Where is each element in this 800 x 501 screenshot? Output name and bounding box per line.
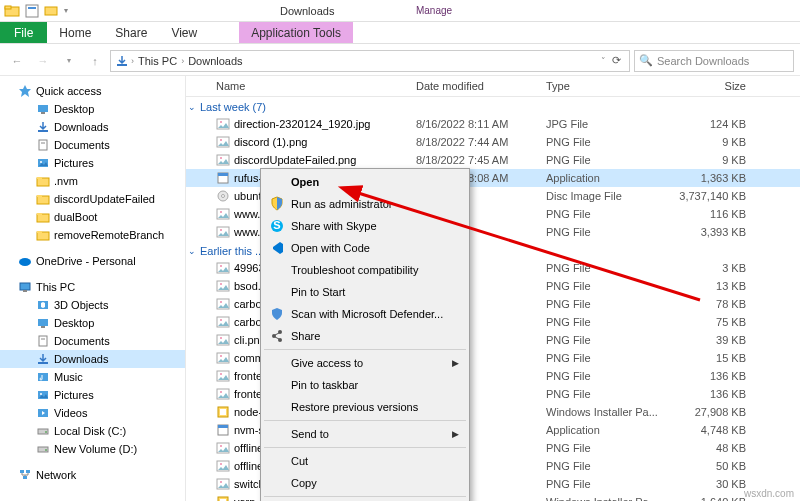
- sidebar-item-label: 3D Objects: [54, 299, 108, 311]
- sidebar-item-videos[interactable]: Videos: [0, 404, 185, 422]
- properties-icon[interactable]: [24, 3, 40, 19]
- sidebar-item-label: discordUpdateFailed: [54, 193, 155, 205]
- sidebar-item-desktop[interactable]: Desktop: [0, 100, 185, 118]
- sidebar-item-dualboot[interactable]: dualBoot: [0, 208, 185, 226]
- crumb-downloads[interactable]: Downloads: [186, 55, 244, 67]
- sidebar-item-pictures[interactable]: Pictures: [0, 154, 185, 172]
- sidebar-item-documents[interactable]: Documents: [0, 332, 185, 350]
- sidebar-item--nvm[interactable]: .nvm: [0, 172, 185, 190]
- recent-dropdown-icon[interactable]: ▾: [58, 50, 80, 72]
- file-date: 8/18/2022 7:45 AM: [416, 154, 546, 166]
- sidebar-item-discordupdatefailed[interactable]: discordUpdateFailed: [0, 190, 185, 208]
- svg-rect-40: [26, 470, 30, 473]
- ctx-restore-previous-versions[interactable]: Restore previous versions: [263, 396, 467, 418]
- img-icon: [216, 117, 230, 131]
- ctx-pin-to-taskbar[interactable]: Pin to taskbar: [263, 374, 467, 396]
- onedrive[interactable]: OneDrive - Personal: [0, 252, 185, 270]
- network[interactable]: Network: [0, 466, 185, 484]
- desktop-icon: [36, 102, 50, 116]
- msi-icon: [216, 495, 230, 501]
- ctx-label: Pin to taskbar: [291, 379, 358, 391]
- crumb-this-pc[interactable]: This PC: [136, 55, 179, 67]
- file-size: 124 KB: [666, 118, 746, 130]
- up-button[interactable]: ↑: [84, 50, 106, 72]
- svg-rect-39: [20, 470, 24, 473]
- file-type: PNG File: [546, 136, 666, 148]
- col-size[interactable]: Size: [666, 80, 746, 92]
- sidebar-item-downloads[interactable]: Downloads: [0, 118, 185, 136]
- chevron-right-icon[interactable]: ›: [131, 56, 134, 66]
- group-header[interactable]: ⌄Last week (7): [186, 97, 800, 115]
- sidebar-item-removeremotebranch[interactable]: removeRemoteBranch: [0, 226, 185, 244]
- ctx-share-with-skype[interactable]: SShare with Skype: [263, 215, 467, 237]
- tab-home[interactable]: Home: [47, 22, 103, 43]
- ctx-open-with-code[interactable]: Open with Code: [263, 237, 467, 259]
- sidebar-item-label: New Volume (D:): [54, 443, 137, 455]
- chevron-right-icon[interactable]: ›: [181, 56, 184, 66]
- ctx-cut[interactable]: Cut: [263, 450, 467, 472]
- file-row[interactable]: direction-2320124_1920.jpg8/16/2022 8:11…: [186, 115, 800, 133]
- sidebar-item-3d-objects[interactable]: 3D Objects: [0, 296, 185, 314]
- ctx-run-as-administrator[interactable]: Run as administrator: [263, 193, 467, 215]
- ctx-open[interactable]: Open: [263, 171, 467, 193]
- col-date[interactable]: Date modified: [416, 80, 546, 92]
- sidebar-item-local-disk-c-[interactable]: Local Disk (C:): [0, 422, 185, 440]
- ctx-give-access-to[interactable]: Give access to▶: [263, 352, 467, 374]
- ctx-label: Copy: [291, 477, 317, 489]
- sidebar-item-pictures[interactable]: Pictures: [0, 386, 185, 404]
- chevron-down-icon: ⌄: [188, 246, 196, 256]
- tab-share[interactable]: Share: [103, 22, 159, 43]
- ctx-send-to[interactable]: Send to▶: [263, 423, 467, 445]
- forward-button[interactable]: →: [32, 50, 54, 72]
- svg-point-81: [220, 481, 222, 483]
- img-icon: [216, 261, 230, 275]
- svg-rect-26: [38, 319, 48, 326]
- quick-access-label: Quick access: [36, 85, 101, 97]
- file-type: PNG File: [546, 460, 666, 472]
- qat-dropdown-icon[interactable]: ▾: [64, 6, 68, 15]
- ctx-pin-to-start[interactable]: Pin to Start: [263, 281, 467, 303]
- file-row[interactable]: discord (1).png8/18/2022 7:44 AMPNG File…: [186, 133, 800, 151]
- back-button[interactable]: ←: [6, 50, 28, 72]
- sidebar-item-label: Pictures: [54, 157, 94, 169]
- col-name[interactable]: Name: [196, 80, 416, 92]
- column-headers[interactable]: Name Date modified Type Size: [186, 76, 800, 97]
- drive-icon: [36, 442, 50, 456]
- context-separator: [264, 349, 466, 350]
- dropdown-icon[interactable]: ˅: [601, 56, 606, 66]
- tab-application-tools[interactable]: Application Tools: [239, 22, 353, 43]
- file-type: Application: [546, 424, 666, 436]
- ctx-share[interactable]: Share: [263, 325, 467, 347]
- file-tab[interactable]: File: [0, 22, 47, 43]
- svg-rect-21: [37, 231, 42, 233]
- sidebar-item-documents[interactable]: Documents: [0, 136, 185, 154]
- new-folder-icon[interactable]: [44, 3, 60, 19]
- col-type[interactable]: Type: [546, 80, 666, 92]
- ctx-copy[interactable]: Copy: [263, 472, 467, 494]
- refresh-icon[interactable]: ⟳: [608, 54, 625, 67]
- sidebar-item-downloads[interactable]: Downloads: [0, 350, 185, 368]
- svg-rect-27: [41, 326, 45, 328]
- tab-view[interactable]: View: [159, 22, 209, 43]
- svg-point-22: [19, 258, 31, 266]
- file-type: PNG File: [546, 442, 666, 454]
- file-type: Windows Installer Pa...: [546, 496, 666, 501]
- file-row[interactable]: discordUpdateFailed.png8/18/2022 7:45 AM…: [186, 151, 800, 169]
- sidebar-item-music[interactable]: Music: [0, 368, 185, 386]
- svg-rect-15: [37, 177, 42, 179]
- sidebar-item-new-volume-d-[interactable]: New Volume (D:): [0, 440, 185, 458]
- svg-rect-4: [45, 7, 57, 15]
- file-size: 3 KB: [666, 262, 746, 274]
- search-input[interactable]: 🔍 Search Downloads: [634, 50, 794, 72]
- ctx-label: Open with Code: [291, 242, 370, 254]
- address-bar[interactable]: › This PC › Downloads ˅ ⟳: [110, 50, 630, 72]
- img-icon: [216, 333, 230, 347]
- ctx-scan-with-microsoft-defender-[interactable]: Scan with Microsoft Defender...: [263, 303, 467, 325]
- quick-access[interactable]: Quick access: [0, 82, 185, 100]
- this-pc-label: This PC: [36, 281, 75, 293]
- sidebar-item-label: Videos: [54, 407, 87, 419]
- ctx-troubleshoot-compatibility[interactable]: Troubleshoot compatibility: [263, 259, 467, 281]
- ctx-label: Open: [291, 176, 319, 188]
- sidebar-item-desktop[interactable]: Desktop: [0, 314, 185, 332]
- this-pc[interactable]: This PC: [0, 278, 185, 296]
